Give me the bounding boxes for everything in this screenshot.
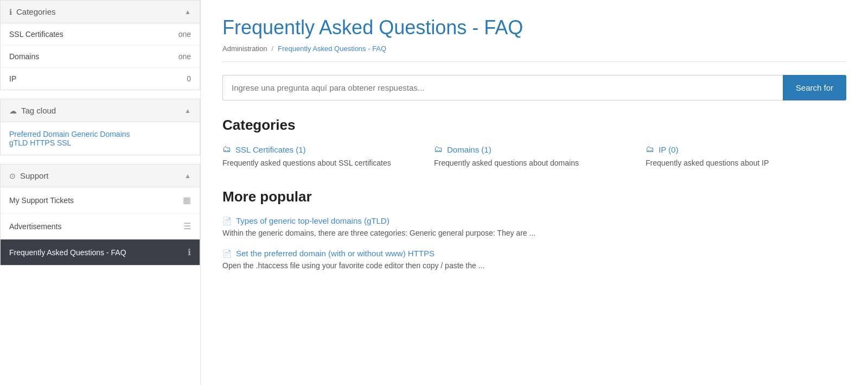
sidebar-item-domains-badge: one: [178, 52, 191, 61]
tickets-icon: ▦: [183, 195, 191, 205]
category-ip-title: IP (0): [659, 145, 678, 154]
tagcloud-chevron-up-icon: ▲: [184, 107, 191, 115]
doc-icon-https: 📄: [222, 249, 232, 258]
sidebar-categories-label: Categories: [16, 7, 56, 16]
advertisements-icon: ☰: [183, 221, 191, 231]
tag-gtld[interactable]: gTLD: [9, 138, 28, 147]
sidebar-item-ssl-badge: one: [178, 30, 191, 39]
sidebar-support-header-left: ⊙ Support: [9, 171, 49, 180]
folder-icon-ssl: 🗂: [222, 144, 231, 154]
sidebar-item-domains-label: Domains: [9, 52, 39, 61]
sidebar-item-advertisements[interactable]: Advertisements ☰: [1, 213, 200, 239]
popular-item-https: 📄 Set the preferred domain (with or with…: [222, 249, 846, 272]
breadcrumb-current[interactable]: Frequently Asked Questions - FAQ: [278, 45, 386, 53]
category-card-domains: 🗂 Domains (1) Frequently asked questions…: [434, 144, 635, 169]
sidebar-item-faq-active[interactable]: Frequently Asked Questions - FAQ ℹ: [1, 239, 200, 265]
popular-item-gtld: 📄 Types of generic top-level domains (gT…: [222, 216, 846, 239]
category-ip-link[interactable]: 🗂 IP (0): [646, 144, 846, 154]
my-support-tickets-label: My Support Tickets: [9, 196, 74, 205]
tag-https[interactable]: HTTPS: [30, 138, 55, 147]
category-ssl-title: SSL Certificates (1): [235, 145, 306, 154]
sidebar-item-my-support-tickets[interactable]: My Support Tickets ▦: [1, 187, 200, 213]
breadcrumb-separator: /: [271, 45, 273, 53]
category-card-ip: 🗂 IP (0) Frequently asked questions abou…: [646, 144, 846, 169]
info-icon: ℹ: [9, 8, 12, 16]
category-domains-link[interactable]: 🗂 Domains (1): [434, 144, 635, 154]
sidebar-item-ip-badge: 0: [187, 74, 191, 83]
categories-section-title: Categories: [222, 117, 846, 134]
popular-section-title: More popular: [222, 188, 846, 205]
sidebar-categories-section: ℹ Categories ▲ SSL Certificates one Doma…: [0, 0, 200, 90]
faq-label: Frequently Asked Questions - FAQ: [9, 248, 126, 257]
category-ssl-link[interactable]: 🗂 SSL Certificates (1): [222, 144, 423, 154]
sidebar-support-header: ⊙ Support ▲: [1, 165, 200, 187]
sidebar-categories-list: SSL Certificates one Domains one IP 0: [1, 23, 200, 90]
sidebar-tagcloud-header: ☁ Tag cloud ▲: [1, 99, 200, 122]
sidebar-item-domains[interactable]: Domains one: [1, 46, 200, 68]
sidebar-support-label: Support: [20, 171, 49, 180]
sidebar: ℹ Categories ▲ SSL Certificates one Doma…: [0, 0, 201, 385]
doc-icon-gtld: 📄: [222, 217, 232, 225]
page-title: Frequently Asked Questions - FAQ: [222, 16, 846, 39]
breadcrumb-root[interactable]: Administration: [222, 45, 267, 53]
sidebar-tagcloud-section: ☁ Tag cloud ▲ Preferred Domain Generic D…: [0, 99, 200, 155]
sidebar-support-section: ⊙ Support ▲ My Support Tickets ▦ Adverti…: [0, 164, 200, 266]
categories-grid: 🗂 SSL Certificates (1) Frequently asked …: [222, 144, 846, 169]
cloud-icon: ☁: [9, 106, 17, 115]
popular-item-https-title: Set the preferred domain (with or withou…: [236, 249, 435, 258]
search-button[interactable]: Search for: [783, 75, 846, 100]
tag-cloud-body: Preferred Domain Generic Domains gTLD HT…: [1, 122, 200, 155]
category-ip-desc: Frequently asked questions about IP: [646, 157, 846, 169]
tag-generic-domains[interactable]: Generic Domains: [71, 130, 130, 138]
category-card-ssl: 🗂 SSL Certificates (1) Frequently asked …: [222, 144, 423, 169]
faq-icon: ℹ: [188, 247, 191, 257]
folder-icon-ip: 🗂: [646, 144, 654, 154]
sidebar-tagcloud-header-left: ☁ Tag cloud: [9, 106, 56, 115]
popular-item-gtld-title: Types of generic top-level domains (gTLD…: [236, 216, 390, 225]
popular-list: 📄 Types of generic top-level domains (gT…: [222, 216, 846, 272]
support-icon: ⊙: [9, 172, 16, 180]
sidebar-item-ssl-label: SSL Certificates: [9, 30, 63, 39]
main-content: Frequently Asked Questions - FAQ Adminis…: [201, 0, 868, 385]
popular-item-https-desc: Open the .htaccess file using your favor…: [222, 260, 846, 272]
category-domains-desc: Frequently asked questions about domains: [434, 157, 635, 169]
chevron-up-icon: ▲: [184, 8, 191, 16]
sidebar-item-ssl[interactable]: SSL Certificates one: [1, 23, 200, 46]
category-domains-title: Domains (1): [447, 145, 492, 154]
sidebar-tagcloud-label: Tag cloud: [21, 106, 56, 115]
popular-item-https-link[interactable]: 📄 Set the preferred domain (with or with…: [222, 249, 846, 258]
search-input[interactable]: [222, 75, 783, 100]
popular-item-gtld-desc: Within the generic domains, there are th…: [222, 228, 846, 239]
tag-preferred-domain[interactable]: Preferred Domain: [9, 130, 69, 138]
sidebar-item-ip-label: IP: [9, 74, 16, 83]
category-ssl-desc: Frequently asked questions about SSL cer…: [222, 157, 423, 169]
breadcrumb: Administration / Frequently Asked Questi…: [222, 45, 846, 62]
sidebar-categories-header-left: ℹ Categories: [9, 7, 56, 16]
support-chevron-up-icon: ▲: [184, 172, 191, 180]
tag-ssl[interactable]: SSL: [57, 138, 71, 147]
sidebar-categories-header: ℹ Categories ▲: [1, 1, 200, 23]
popular-item-gtld-link[interactable]: 📄 Types of generic top-level domains (gT…: [222, 216, 846, 225]
search-bar: Search for: [222, 75, 846, 100]
folder-icon-domains: 🗂: [434, 144, 443, 154]
sidebar-item-ip[interactable]: IP 0: [1, 68, 200, 90]
advertisements-label: Advertisements: [9, 222, 61, 231]
